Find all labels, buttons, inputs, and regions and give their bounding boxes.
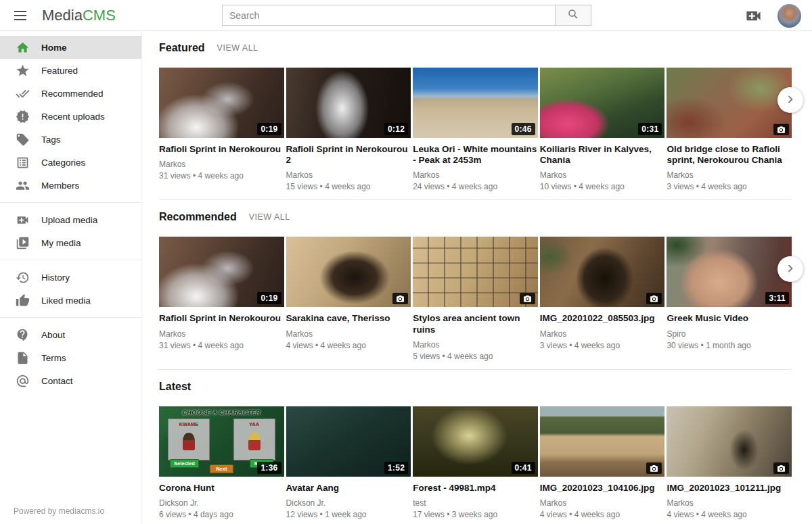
media-title[interactable]: Rafioli Sprint in Nerokourou	[159, 144, 284, 155]
media-thumbnail[interactable]	[667, 68, 792, 138]
media-meta: 31 views • 4 weeks ago	[159, 171, 284, 181]
character-panel-left: KWAME	[168, 419, 210, 460]
media-thumbnail[interactable]: 0:19	[159, 237, 284, 307]
media-author[interactable]: Markos	[159, 160, 284, 169]
media-card[interactable]: 0:12 Rafioli Sprint in Nerokourou 2 Mark…	[286, 68, 411, 191]
media-thumbnail[interactable]	[540, 237, 665, 307]
sidebar-item-history[interactable]: History	[0, 266, 141, 289]
media-author[interactable]: Markos	[286, 170, 411, 180]
media-card[interactable]: IMG_20201023_104106.jpg Markos 4 views •…	[540, 406, 665, 519]
media-title[interactable]: Old bridge close to Rafioli sprint, Nero…	[667, 144, 792, 166]
user-avatar[interactable]	[777, 4, 801, 28]
media-author[interactable]: Markos	[159, 329, 284, 339]
search-input[interactable]	[222, 5, 556, 26]
media-card[interactable]: 0:19 Rafioli Sprint in Nerokourou Markos…	[159, 237, 284, 360]
media-author[interactable]: Markos	[540, 329, 665, 339]
duration-badge: 0:41	[512, 462, 535, 474]
media-card[interactable]: Sarakina cave, Therisso Markos 4 views •…	[286, 237, 411, 360]
at-email-icon	[16, 374, 30, 388]
media-title[interactable]: Avatar Aang	[286, 483, 411, 494]
media-title[interactable]: Greek Music Video	[667, 313, 792, 324]
duration-badge: 3:11	[765, 292, 789, 304]
media-author[interactable]: Dickson Jr.	[159, 498, 284, 508]
sidebar-item-members[interactable]: Members	[0, 174, 141, 197]
media-title[interactable]: Corona Hunt	[159, 483, 284, 494]
sidebar-item-recommended[interactable]: Recommended	[0, 82, 141, 105]
media-title[interactable]: Rafioli Sprint in Nerokourou	[159, 313, 284, 324]
sidebar-item-recent-uploads[interactable]: Recent uploads	[0, 105, 141, 128]
media-author[interactable]: Markos	[540, 498, 665, 508]
media-card[interactable]: IMG_20201023_101211.jpg Markos 4 views •…	[667, 406, 792, 519]
sidebar-item-about[interactable]: About	[0, 323, 141, 346]
media-author[interactable]: Markos	[667, 498, 792, 508]
media-thumbnail[interactable]	[540, 406, 665, 477]
media-thumbnail[interactable]	[667, 406, 792, 477]
media-card[interactable]: 0:46 Leuka Ori - White mountains - Peak …	[413, 68, 538, 191]
view-all-link[interactable]: VIEW ALL	[249, 212, 290, 222]
media-title[interactable]: Leuka Ori - White mountains - Peak at 24…	[413, 144, 538, 166]
menu-button[interactable]	[7, 2, 34, 29]
media-author[interactable]: Spiro	[667, 329, 792, 339]
media-card[interactable]: Old bridge close to Rafioli sprint, Nero…	[667, 68, 792, 191]
media-card[interactable]: Stylos area ancient town ruins Markos 5 …	[413, 237, 538, 360]
app-logo[interactable]: MediaCMS	[42, 7, 116, 24]
media-card[interactable]: IMG_20201022_085503.jpg Markos 3 views •…	[540, 237, 665, 360]
media-thumbnail[interactable]	[286, 237, 411, 307]
view-all-link[interactable]: VIEW ALL	[217, 43, 258, 53]
media-title[interactable]: IMG_20201022_085503.jpg	[540, 313, 665, 324]
media-title[interactable]: IMG_20201023_101211.jpg	[667, 483, 792, 494]
star-icon	[16, 64, 30, 78]
media-title[interactable]: Stylos area ancient town ruins	[413, 313, 538, 335]
photo-badge	[392, 293, 408, 304]
media-author[interactable]: Dickson Jr.	[286, 498, 411, 508]
media-card[interactable]: 1:52 Avatar Aang Dickson Jr. 12 views • …	[286, 406, 411, 519]
sidebar-item-liked-media[interactable]: Liked media	[0, 289, 141, 312]
sidebar-item-upload-media[interactable]: Upload media	[0, 208, 141, 231]
media-title[interactable]: Koiliaris River in Kalyves, Chania	[540, 144, 665, 166]
media-title[interactable]: Sarakina cave, Therisso	[286, 313, 411, 324]
sidebar-item-my-media[interactable]: My media	[0, 231, 141, 254]
next-arrow-button[interactable]	[777, 256, 803, 282]
media-thumbnail[interactable]: 0:41	[413, 406, 538, 477]
upload-media-button[interactable]	[744, 7, 763, 25]
media-author[interactable]: Markos	[667, 170, 792, 180]
overlay-button-selected: Selected	[170, 459, 199, 468]
media-author[interactable]: Markos	[286, 329, 411, 339]
media-thumbnail[interactable]	[413, 237, 538, 307]
media-author[interactable]: Markos	[413, 170, 538, 180]
duration-badge: 0:46	[512, 123, 535, 135]
media-thumbnail[interactable]: 0:31	[540, 68, 665, 138]
media-thumbnail[interactable]: 0:12	[286, 68, 411, 138]
sidebar-item-home[interactable]: Home	[0, 36, 141, 59]
media-title[interactable]: IMG_20201023_104106.jpg	[540, 483, 665, 494]
media-card[interactable]: 0:41 Forest - 49981.mp4 test 17 views • …	[413, 406, 538, 519]
media-thumbnail[interactable]: 0:19	[159, 68, 284, 138]
media-card[interactable]: 3:11 Greek Music Video Spiro 30 views • …	[667, 237, 792, 360]
sidebar-item-label: About	[41, 330, 65, 340]
media-author[interactable]: test	[413, 498, 538, 508]
sidebar-item-label: Recommended	[41, 89, 104, 99]
media-card[interactable]: CHOOSE A CHARACTERKWAMEYAASelectedNextSe…	[159, 406, 284, 519]
media-card[interactable]: 0:31 Koiliaris River in Kalyves, Chania …	[540, 68, 665, 191]
media-card[interactable]: 0:19 Rafioli Sprint in Nerokourou Markos…	[159, 68, 284, 191]
media-author[interactable]: Markos	[413, 340, 538, 350]
sidebar-item-categories[interactable]: Categories	[0, 151, 141, 174]
media-grid: 0:19 Rafioli Sprint in Nerokourou Markos…	[159, 68, 792, 191]
media-thumbnail[interactable]: CHOOSE A CHARACTERKWAMEYAASelectedNextSe…	[159, 406, 284, 477]
media-title[interactable]: Rafioli Sprint in Nerokourou 2	[286, 144, 411, 166]
search-button[interactable]	[556, 5, 591, 26]
media-meta: 5 views • 4 weeks ago	[413, 352, 538, 361]
sidebar-item-tags[interactable]: Tags	[0, 128, 141, 151]
media-author[interactable]: Markos	[540, 170, 665, 180]
sidebar-item-terms[interactable]: Terms	[0, 346, 141, 369]
media-title[interactable]: Forest - 49981.mp4	[413, 483, 538, 494]
media-thumbnail[interactable]: 3:11	[667, 237, 792, 307]
sidebar-item-contact[interactable]: Contact	[0, 369, 141, 392]
tag-icon	[16, 133, 30, 147]
chevron-right-icon	[783, 92, 798, 109]
sidebar-item-label: Members	[41, 181, 79, 191]
media-thumbnail[interactable]: 0:46	[413, 68, 538, 138]
next-arrow-button[interactable]	[777, 87, 803, 113]
media-thumbnail[interactable]: 1:52	[286, 406, 411, 477]
sidebar-item-featured[interactable]: Featured	[0, 59, 141, 82]
